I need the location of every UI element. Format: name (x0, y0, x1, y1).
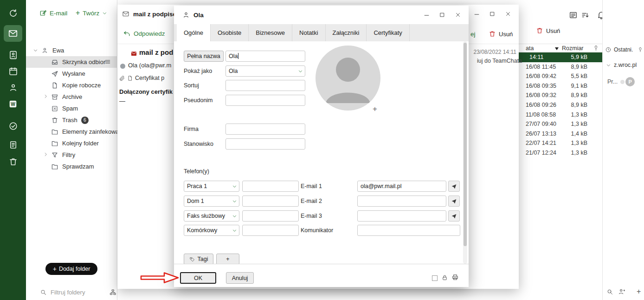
phone-type-dropdown[interactable]: Dom 1 (184, 196, 239, 207)
nickname-input[interactable] (225, 95, 305, 106)
close-button[interactable] (500, 7, 516, 21)
folder-hierarchy-icon[interactable] (109, 289, 116, 296)
folder-item-archive[interactable]: Archive (26, 91, 117, 103)
recent-contact[interactable]: Pr... P (607, 77, 635, 86)
message-row[interactable]: 26/07 13:131,4 kB (519, 129, 602, 139)
email2-input[interactable] (357, 196, 446, 207)
size-column-header[interactable]: Rozmiar (562, 45, 584, 52)
ok-button[interactable]: OK (180, 272, 216, 284)
minimize-button[interactable] (419, 8, 434, 22)
phone-input[interactable] (242, 196, 299, 207)
create-button[interactable]: + Twórz (76, 9, 107, 17)
message-row[interactable]: 14:11 5,9 kB (519, 52, 602, 62)
folder-item-drafts[interactable]: Kopie robocze (26, 79, 117, 91)
message-delete-button[interactable]: Usuń (489, 30, 513, 38)
tab-attachments[interactable]: Załączniki (326, 24, 367, 41)
filter-folders-input[interactable] (51, 289, 101, 296)
message-row[interactable]: 16/08 09:425,5 kB (519, 72, 602, 81)
mail-icon[interactable] (4, 25, 22, 42)
tab-general[interactable]: Ogólne (177, 24, 211, 41)
pin-column-icon[interactable] (593, 45, 599, 51)
sort-icon[interactable] (581, 11, 590, 20)
phone-input[interactable] (242, 225, 299, 236)
full-name-label-button[interactable]: Pełna nazwa (184, 51, 224, 62)
email1-input[interactable] (357, 181, 446, 192)
agenda-icon[interactable] (569, 11, 578, 20)
message-row[interactable]: 16/08 09:268,9 kB (519, 100, 602, 110)
folder-item-infected[interactable]: Elementy zainfekowa (26, 126, 117, 137)
lock-icon[interactable] (441, 274, 448, 281)
plus-icon[interactable]: + (637, 288, 641, 295)
forward-button-fragment[interactable]: ej (470, 31, 476, 38)
message-row[interactable]: 11/08 08:581,3 kB (519, 110, 602, 120)
add-tag-button[interactable]: + (216, 254, 239, 265)
folder-item-sent[interactable]: Wysłane (26, 68, 117, 79)
sort-input[interactable] (225, 80, 305, 91)
maximize-button[interactable] (484, 7, 500, 21)
folder-item-trash[interactable]: Trash 6 (26, 114, 117, 126)
person-icon[interactable] (4, 79, 22, 96)
send-email-button[interactable] (448, 196, 460, 207)
folder-item-check[interactable]: Sprawdzam (26, 161, 117, 172)
date-column-header[interactable]: ata (526, 45, 534, 52)
add-folder-button[interactable]: + Dodaj folder (45, 263, 97, 275)
tab-business[interactable]: Biznesowe (249, 24, 292, 41)
phone-type-dropdown[interactable]: Praca 1 (184, 181, 239, 192)
tab-personal[interactable]: Osobiste (211, 24, 249, 41)
cancel-button[interactable]: Anuluj (226, 272, 254, 284)
message-row[interactable]: 16/08 11:458,9 kB (519, 62, 602, 72)
sync-icon[interactable] (4, 5, 22, 21)
pin-icon[interactable] (638, 47, 643, 52)
history-header[interactable]: Ostatni. (605, 46, 643, 53)
account-row[interactable]: Ewa (26, 45, 117, 56)
contact-avatar-placeholder[interactable] (316, 46, 380, 111)
message-row[interactable]: 16/08 09:328,9 kB (519, 91, 602, 100)
chevron-right-icon[interactable] (43, 94, 48, 99)
add-contact-icon[interactable] (618, 288, 625, 295)
contacts-icon[interactable] (4, 46, 22, 63)
add-photo-button[interactable]: + (373, 104, 377, 114)
reply-button[interactable]: Odpowiedz (123, 30, 165, 38)
message-row[interactable]: 21/07 12:241,3 kB (519, 148, 602, 158)
main-delete-button[interactable]: Usuń (536, 27, 560, 34)
tasks-check-icon[interactable] (4, 117, 22, 134)
close-button[interactable] (450, 8, 466, 22)
phone-type-dropdown[interactable]: Komórkowy (184, 225, 239, 236)
message-sender[interactable]: Ola (ola@pwr.m (128, 62, 171, 69)
trash-icon[interactable] (4, 153, 22, 170)
attachment-name[interactable]: Certyfikat p (135, 75, 164, 81)
full-name-input[interactable]: Ola (225, 51, 305, 62)
position-input[interactable] (225, 138, 305, 150)
message-row[interactable]: 27/07 09:401,3 kB (519, 119, 602, 129)
copy-to-teamchat-fragment[interactable]: iuj do TeamChata (477, 58, 522, 64)
message-row[interactable]: 22/07 14:211,3 kB (519, 138, 602, 148)
email-module-button[interactable]: E-mail (39, 9, 67, 17)
im-input[interactable] (357, 225, 460, 236)
folder-item-spam[interactable]: Spam (26, 103, 117, 114)
recent-group[interactable]: z.wroc.pl (606, 62, 637, 68)
email3-input[interactable] (357, 210, 446, 222)
calendar-icon[interactable] (4, 63, 22, 79)
search-icon[interactable] (606, 288, 613, 295)
minimize-button[interactable] (469, 7, 484, 21)
send-email-button[interactable] (448, 210, 460, 222)
printer-icon[interactable] (451, 274, 459, 281)
word-doc-icon[interactable]: W (4, 96, 22, 112)
display-as-dropdown[interactable]: Ola (225, 65, 305, 77)
private-checkbox[interactable] (432, 275, 438, 281)
dialog-scrollbar[interactable] (463, 41, 467, 264)
folder-menu-icon[interactable] (104, 59, 111, 65)
phone-input[interactable] (242, 181, 299, 192)
scrollbar-thumb[interactable] (464, 43, 467, 246)
message-row[interactable]: 16/08 09:359,1 kB (519, 81, 602, 91)
company-input[interactable] (225, 124, 305, 135)
tags-button[interactable]: Tagi (184, 254, 213, 265)
folder-item-filters[interactable]: Filtry (26, 149, 117, 161)
phone-type-dropdown[interactable]: Faks służbowy (184, 210, 239, 222)
maximize-button[interactable] (434, 8, 450, 22)
folder-item-inbox[interactable]: Skrzynka odbior (26, 56, 117, 68)
tab-notes[interactable]: Notatki (292, 24, 325, 41)
phone-input[interactable] (242, 210, 299, 222)
send-email-button[interactable] (448, 181, 460, 192)
folder-item-next[interactable]: Kolejny folder (26, 137, 117, 149)
